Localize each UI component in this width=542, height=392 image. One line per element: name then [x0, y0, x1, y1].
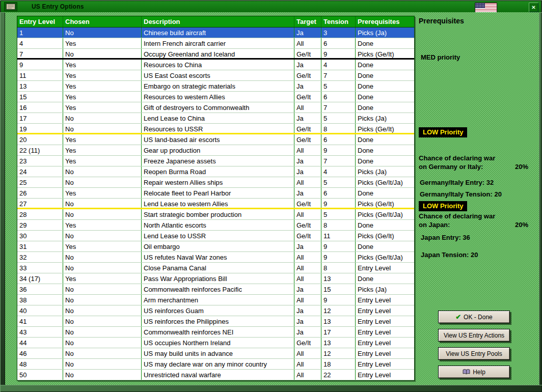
cell-description: Lend Lease to USSR	[142, 231, 294, 241]
cell-tension: 8	[321, 220, 356, 230]
cell-prerequisites: Picks (Ge/It)	[356, 199, 413, 208]
cell-entry-level: 34 (17)	[17, 273, 63, 284]
cell-target: Ge/It	[294, 231, 321, 241]
cell-chosen: No	[63, 124, 142, 133]
cell-prerequisites: Done	[356, 145, 413, 155]
help-button[interactable]: Help	[438, 366, 510, 378]
cell-prerequisites: Entry Level	[356, 263, 413, 273]
cell-target: Ja	[294, 305, 321, 316]
table-row[interactable]: 26 Yes Relocate fleet to Pearl Harbor Ja…	[17, 188, 414, 199]
cell-entry-level: 46	[17, 348, 63, 358]
cell-tension: 13	[321, 316, 356, 326]
cell-target: Ge/It	[294, 92, 321, 102]
cell-entry-level: 13	[17, 81, 63, 91]
table-row[interactable]: 34 (17) Yes Pass War Appropriations Bill…	[17, 273, 414, 284]
table-row[interactable]: 17 No Lend Lease to China Ja 5 Picks (Ja…	[17, 113, 414, 124]
cell-prerequisites: Picks (Ja)	[356, 284, 413, 294]
table-row[interactable]: 29 Yes North Atlantic escorts Ge/It 8 Do…	[17, 220, 414, 231]
view-us-entry-pools-button[interactable]: View US Entry Pools	[438, 347, 510, 360]
cell-chosen: Yes	[63, 156, 142, 166]
cell-target: Ja	[294, 81, 321, 91]
cell-chosen: No	[63, 370, 142, 380]
cell-target: Ja	[294, 284, 321, 294]
view-us-entry-pools-label: View US Entry Pools	[446, 350, 502, 357]
table-row[interactable]: 44 No US occupies Northern Ireland Ge/It…	[17, 338, 414, 348]
column-header-target: Target	[294, 16, 321, 27]
check-icon: ✔	[455, 314, 461, 320]
table-row[interactable]: 33 No Close Panama Canal All 8 Entry Lev…	[17, 263, 414, 273]
window-icon	[4, 2, 17, 11]
table-row[interactable]: 48 No US may declare war on any minor co…	[17, 359, 414, 370]
cell-entry-level: 29	[17, 220, 63, 230]
cell-tension: 9	[321, 252, 356, 262]
table-row[interactable]: 11 Yes US East Coast escorts Ge/It 7 Don…	[17, 70, 414, 81]
table-row[interactable]: 38 No Arm merchantmen All 9 Entry Level	[17, 295, 414, 305]
table-row[interactable]: 36 No Commonwealth reinforces Pacific Ja…	[17, 284, 414, 295]
cell-chosen: Yes	[63, 81, 142, 91]
cell-description: Start strategic bomber production	[142, 209, 294, 219]
cell-tension: 4	[321, 60, 356, 70]
prerequisites-heading: Prerequisites	[419, 17, 464, 25]
cell-tension: 13	[321, 338, 356, 348]
cell-description: Oil embargo	[142, 241, 294, 251]
cell-tension: 8	[321, 263, 356, 273]
table-row[interactable]: 7 No Occupy Greenland and Iceland Ge/It …	[17, 49, 414, 60]
cell-entry-level: 22 (11)	[17, 145, 63, 155]
cell-entry-level: 9	[17, 60, 63, 70]
table-row[interactable]: 20 Yes US land-based air escorts Ge/It 6…	[17, 134, 414, 145]
table-row[interactable]: 41 No US reinforces the Philippines Ja 1…	[17, 316, 414, 327]
table-row[interactable]: 1 No Chinese build aircraft Ja 3 Picks (…	[17, 27, 414, 38]
table-row[interactable]: 43 No Commonwealth reinforces NEI Ja 17 …	[17, 327, 414, 338]
table-row[interactable]: 24 No Reopen Burma Road Ja 4 Picks (Ja)	[17, 166, 414, 177]
table-row[interactable]: 46 No US may build units in advance All …	[17, 348, 414, 359]
cell-prerequisites: Entry Level	[356, 305, 413, 316]
cell-description: Chinese build aircraft	[142, 27, 294, 38]
cell-tension: 5	[321, 113, 356, 123]
cell-chosen: No	[63, 27, 142, 38]
cell-prerequisites: Picks (Ge/It/Ja)	[356, 209, 413, 219]
cell-target: All	[294, 295, 321, 305]
cell-entry-level: 31	[17, 241, 63, 251]
close-button[interactable]: ✕	[529, 3, 538, 12]
table-row[interactable]: 40 No US reinforces Guam Ja 12 Entry Lev…	[17, 305, 414, 316]
table-row[interactable]: 23 Yes Freeze Japanese assets Ja 7 Done	[17, 156, 414, 166]
cell-target: Ja	[294, 27, 321, 38]
table-row[interactable]: 15 Yes Resources to western Allies Ge/It…	[17, 92, 414, 102]
cell-chosen: Yes	[63, 241, 142, 251]
table-row[interactable]: 9 Yes Resources to China Ja 4 Done	[17, 60, 414, 70]
cell-tension: 22	[321, 370, 356, 380]
cell-tension: 12	[321, 305, 356, 316]
cell-chosen: No	[63, 113, 142, 123]
table-row[interactable]: 32 No US refutes Naval War zones All 9 P…	[17, 252, 414, 263]
cell-chosen: No	[63, 338, 142, 348]
cell-description: Repair western Allies ships	[142, 177, 294, 187]
ok-done-button[interactable]: ✔ OK - Done	[438, 311, 510, 323]
cell-target: Ja	[294, 327, 321, 337]
cell-tension: 6	[321, 188, 356, 198]
cell-description: Intern French aircraft carrier	[142, 38, 294, 48]
us-flag-icon	[475, 3, 497, 13]
table-row[interactable]: 30 No Lend Lease to USSR Ge/It 11 Picks …	[17, 231, 414, 241]
cell-target: All	[294, 145, 321, 155]
cell-chosen: Yes	[63, 134, 142, 145]
table-row[interactable]: 25 No Repair western Allies ships All 5 …	[17, 177, 414, 188]
cell-prerequisites: Done	[356, 60, 413, 70]
table-row[interactable]: 22 (11) Yes Gear up production All 9 Don…	[17, 145, 414, 156]
table-row[interactable]: 4 Yes Intern French aircraft carrier All…	[17, 38, 414, 49]
cell-target: Ja	[294, 166, 321, 177]
table-row[interactable]: 28 No Start strategic bomber production …	[17, 209, 414, 220]
view-us-entry-actions-button[interactable]: View US Entry Actions	[438, 329, 510, 342]
table-row[interactable]: 13 Yes Embargo on strategic materials Ja…	[17, 81, 414, 92]
cell-chosen: No	[63, 177, 142, 187]
cell-entry-level: 41	[17, 316, 63, 326]
cell-target: Ja	[294, 241, 321, 251]
help-label: Help	[473, 369, 485, 376]
cell-chosen: No	[63, 305, 142, 316]
table-row[interactable]: 19 No Resources to USSR Ge/It 8 Picks (G…	[17, 124, 414, 134]
table-row[interactable]: 16 Yes Gift of destroyers to Commonwealt…	[17, 102, 414, 113]
table-row[interactable]: 27 No Lend Lease to western Allies Ge/It…	[17, 199, 414, 209]
cell-description: Resources to USSR	[142, 124, 294, 133]
table-row[interactable]: 50 No Unrestricted naval warfare All 22 …	[17, 370, 414, 380]
table-row[interactable]: 31 Yes Oil embargo Ja 9 Done	[17, 241, 414, 252]
cell-tension: 15	[321, 284, 356, 294]
